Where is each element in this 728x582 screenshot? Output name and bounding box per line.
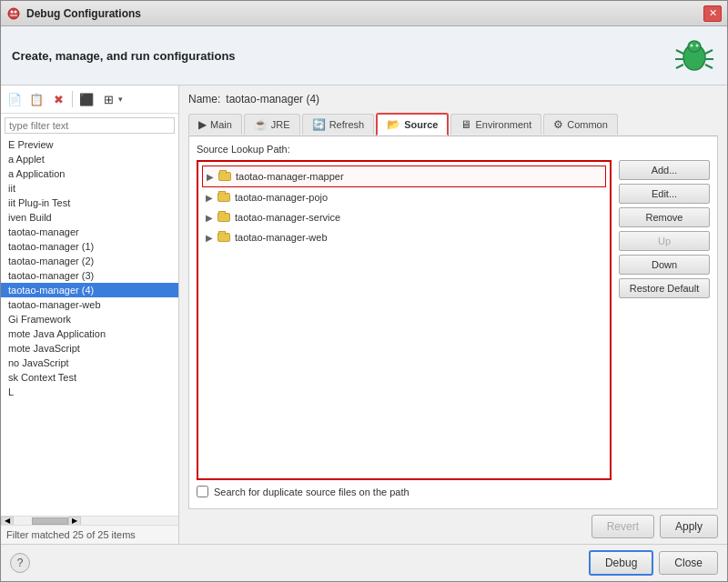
refresh-tab-icon: 🔄 (312, 118, 326, 131)
svg-point-0 (8, 8, 19, 19)
source-item-pojo[interactable]: ▶ taotao-manager-pojo (202, 187, 606, 207)
config-action-buttons: Revert Apply (188, 509, 718, 538)
tree-item-remote-javascript[interactable]: mote JavaScript (1, 341, 178, 356)
svg-line-8 (676, 65, 683, 68)
name-row: Name: taotao-manager (4) (188, 93, 718, 105)
close-button[interactable]: ✕ (703, 5, 722, 22)
source-list-area[interactable]: ▶ taotao-manager-mapper ▶ taotao-manag (197, 160, 612, 480)
horizontal-scrollbar[interactable]: ◀ ▶ (1, 516, 178, 525)
tab-source-label: Source (404, 119, 438, 130)
restore-default-button[interactable]: Restore Default (619, 278, 710, 298)
source-tab-icon: 📂 (387, 118, 400, 131)
tab-content-source: Source Lookup Path: ▶ taotao-manager-map… (188, 136, 718, 509)
debug-button[interactable]: Debug (589, 550, 653, 576)
source-item-service[interactable]: ▶ taotao-manager-service (202, 207, 606, 227)
tree-item-l[interactable]: L (1, 385, 178, 399)
tab-common-label: Common (567, 119, 608, 130)
window-icon (6, 6, 21, 21)
tree-item-taotao-manager-2[interactable]: taotao-manager (2) (1, 254, 178, 268)
edit-button[interactable]: Edit... (619, 184, 710, 204)
tree-item-iit-plugin[interactable]: iit Plug-in Test (1, 196, 178, 210)
item-arrow-2: ▶ (206, 193, 213, 203)
scroll-thumb[interactable] (32, 517, 68, 525)
collapse-button[interactable]: ⬛ (76, 89, 96, 109)
main-tab-icon: ▶ (198, 118, 207, 131)
scroll-right-button[interactable]: ▶ (68, 517, 81, 526)
tree-scroll-area[interactable]: E Preview a Applet a Application iit iit… (1, 137, 178, 516)
tree-item-application[interactable]: a Application (1, 166, 178, 181)
header-description: Create, manage, and run configurations (12, 49, 236, 63)
tree-item-e-preview[interactable]: E Preview (1, 137, 178, 152)
item-arrow: ▶ (207, 172, 214, 182)
svg-line-9 (705, 50, 713, 54)
tree-item-taotao-manager[interactable]: taotao-manager (1, 225, 178, 239)
tree-item-taotao-manager-1[interactable]: taotao-manager (1) (1, 239, 178, 254)
tab-environment-label: Environment (475, 119, 531, 130)
tab-common[interactable]: ⚙ Common (543, 114, 618, 135)
tab-main[interactable]: ▶ Main (188, 114, 242, 135)
tree-item-taotao-manager-3[interactable]: taotao-manager (3) (1, 268, 178, 283)
header-bar: Create, manage, and run configurations (1, 26, 727, 85)
tab-source[interactable]: 📂 Source (376, 113, 449, 135)
new-config-button[interactable]: 📄 (5, 89, 25, 109)
bug-icon (672, 34, 716, 77)
svg-point-13 (696, 45, 699, 47)
footer-left: ? (10, 553, 30, 573)
jre-tab-icon: ☕ (254, 118, 268, 131)
tab-refresh-label: Refresh (329, 119, 365, 130)
window-close-button[interactable]: Close (659, 551, 718, 575)
tree-item-iven-build[interactable]: iven Build (1, 210, 178, 225)
common-tab-icon: ⚙ (553, 118, 563, 131)
duplicate-source-checkbox[interactable] (197, 486, 208, 497)
tree-item-iit[interactable]: iit (1, 181, 178, 196)
revert-button[interactable]: Revert (592, 515, 654, 538)
name-label: Name: (188, 93, 220, 105)
add-button[interactable]: Add... (619, 160, 710, 180)
tree-item-no-javascript[interactable]: no JavaScript (1, 356, 178, 370)
tree-item-gi-framework[interactable]: Gi Framework (1, 312, 178, 326)
scroll-left-button[interactable]: ◀ (1, 517, 14, 526)
up-button[interactable]: Up (619, 231, 710, 251)
filter-input[interactable] (5, 117, 175, 134)
checkbox-row: Search for duplicate source files on the… (197, 480, 710, 501)
source-folder-icon-3 (217, 210, 231, 225)
source-lookup-label: Source Lookup Path: (197, 144, 710, 155)
dropdown-button[interactable]: ⊞ ▾ (98, 89, 123, 109)
source-item-web-label: taotao-manager-web (235, 232, 328, 243)
source-panel: ▶ taotao-manager-mapper ▶ taotao-manag (197, 160, 710, 480)
source-item-web[interactable]: ▶ taotao-manager-web (202, 227, 606, 247)
source-folder-icon (217, 169, 232, 184)
svg-line-11 (705, 65, 713, 68)
down-button[interactable]: Down (619, 255, 710, 275)
tree-item-taotao-manager-4[interactable]: taotao-manager (4) (1, 283, 178, 297)
duplicate-config-button[interactable]: 📋 (26, 89, 46, 109)
source-item-mapper-label: taotao-manager-mapper (236, 171, 344, 182)
source-item-pojo-label: taotao-manager-pojo (235, 192, 328, 203)
tree-item-applet[interactable]: a Applet (1, 152, 178, 166)
tab-refresh[interactable]: 🔄 Refresh (302, 114, 375, 135)
item-arrow-3: ▶ (206, 213, 213, 223)
source-folder-icon-4 (217, 230, 231, 245)
apply-button[interactable]: Apply (660, 515, 718, 538)
environment-tab-icon: 🖥 (460, 118, 471, 131)
source-item-mapper[interactable]: ▶ taotao-manager-mapper (202, 166, 606, 187)
tree-item-context-test[interactable]: sk Context Test (1, 370, 178, 385)
tab-jre-label: JRE (271, 119, 290, 130)
help-button[interactable]: ? (10, 553, 30, 573)
source-folder-icon-2 (217, 190, 231, 205)
title-bar: Debug Configurations ✕ (1, 1, 727, 26)
footer-right: Debug Close (589, 550, 718, 576)
tab-environment[interactable]: 🖥 Environment (450, 114, 541, 135)
tree-item-taotao-manager-web[interactable]: taotao-manager-web (1, 297, 178, 312)
footer: ? Debug Close (1, 544, 727, 581)
tab-jre[interactable]: ☕ JRE (244, 114, 300, 135)
delete-config-button[interactable]: ✖ (48, 89, 68, 109)
config-name-value: taotao-manager (4) (226, 93, 319, 105)
tree-item-remote-java[interactable]: mote Java Application (1, 326, 178, 341)
item-arrow-4: ▶ (206, 233, 213, 243)
source-item-service-label: taotao-manager-service (235, 212, 340, 223)
left-panel: 📄 📋 ✖ ⬛ ⊞ ▾ E Preview a Applet a Applica… (1, 85, 179, 544)
remove-button[interactable]: Remove (619, 207, 710, 227)
tab-main-label: Main (210, 119, 232, 130)
tabs-row: ▶ Main ☕ JRE 🔄 Refresh 📂 Source 🖥 E (188, 113, 718, 136)
